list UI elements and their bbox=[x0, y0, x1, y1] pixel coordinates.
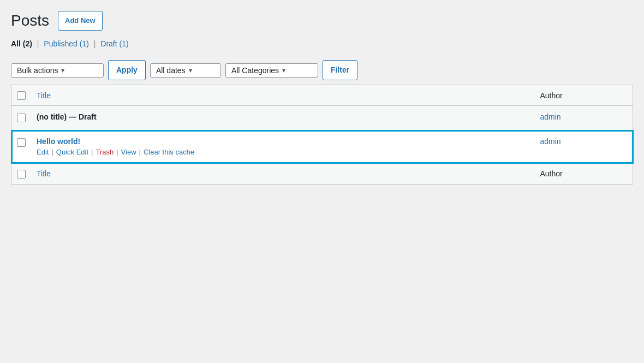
action-sep-1: | bbox=[51, 148, 53, 156]
title-column-header[interactable]: Title bbox=[37, 91, 51, 100]
page-header: Posts Add New bbox=[11, 11, 633, 31]
table-row: (no title) — Draft admin bbox=[11, 106, 633, 130]
table-footer-row: Title Author bbox=[11, 163, 633, 184]
table-header-row: Title Author bbox=[11, 85, 633, 106]
bulk-actions-dropdown[interactable]: Bulk actions ▾ bbox=[11, 63, 104, 78]
page-title: Posts bbox=[11, 11, 49, 30]
bulk-actions-chevron-icon: ▾ bbox=[61, 67, 64, 74]
all-categories-label: All Categories bbox=[231, 66, 279, 75]
filter-published[interactable]: Published (1) bbox=[44, 39, 91, 48]
header-author-cell: Author bbox=[535, 85, 633, 106]
trash-link[interactable]: Trash bbox=[96, 148, 114, 156]
draft-author-link[interactable]: admin bbox=[540, 112, 561, 121]
draft-post-title-link[interactable]: (no title) — Draft bbox=[37, 112, 529, 121]
all-dates-chevron-icon: ▾ bbox=[189, 67, 192, 74]
select-all-checkbox[interactable] bbox=[17, 91, 26, 100]
hello-world-post-title-link[interactable]: Hello world! bbox=[37, 137, 529, 146]
author-column-header: Author bbox=[540, 91, 563, 100]
row-checkbox-cell bbox=[11, 130, 32, 163]
draft-author-cell: admin bbox=[535, 106, 633, 130]
quick-edit-link[interactable]: Quick Edit bbox=[56, 148, 88, 156]
action-sep-4: | bbox=[139, 148, 141, 156]
posts-table: Title Author (no title) — Draft admin bbox=[11, 85, 633, 185]
footer-checkbox-cell bbox=[11, 163, 32, 184]
edit-link[interactable]: Edit bbox=[37, 148, 49, 156]
filter-links: All (2) | Published (1) | Draft (1) bbox=[11, 39, 633, 48]
footer-title-column-header[interactable]: Title bbox=[37, 169, 51, 178]
header-title-cell: Title bbox=[31, 85, 535, 106]
filter-all: All (2) bbox=[11, 39, 34, 48]
view-link[interactable]: View bbox=[121, 148, 136, 156]
add-new-button[interactable]: Add New bbox=[58, 11, 103, 31]
header-checkbox-cell bbox=[11, 85, 32, 106]
all-categories-chevron-icon: ▾ bbox=[282, 67, 285, 74]
row-checkbox[interactable] bbox=[17, 138, 26, 147]
bulk-actions-label: Bulk actions bbox=[17, 66, 58, 75]
clear-cache-link[interactable]: Clear this cache bbox=[144, 148, 194, 156]
all-dates-label: All dates bbox=[156, 66, 186, 75]
filter-sep-1: | bbox=[37, 39, 39, 48]
all-categories-dropdown[interactable]: All Categories ▾ bbox=[225, 63, 318, 78]
action-sep-3: | bbox=[116, 148, 118, 156]
action-sep-2: | bbox=[91, 148, 93, 156]
draft-title-cell: (no title) — Draft bbox=[31, 106, 535, 130]
hello-world-author-cell: admin bbox=[535, 130, 633, 163]
footer-author-cell: Author bbox=[535, 163, 633, 184]
hello-world-title-cell: Hello world! Edit | Quick Edit | Trash |… bbox=[31, 130, 535, 163]
toolbar: Bulk actions ▾ Apply All dates ▾ All Cat… bbox=[11, 56, 633, 85]
row-checkbox-cell bbox=[11, 106, 32, 130]
filter-sep-2: | bbox=[94, 39, 96, 48]
all-dates-dropdown[interactable]: All dates ▾ bbox=[150, 63, 221, 78]
hello-world-author-link[interactable]: admin bbox=[540, 137, 561, 146]
filter-button[interactable]: Filter bbox=[323, 60, 357, 80]
table-row: Hello world! Edit | Quick Edit | Trash |… bbox=[11, 130, 633, 163]
footer-title-cell: Title bbox=[31, 163, 535, 184]
apply-button[interactable]: Apply bbox=[108, 60, 146, 80]
row-checkbox[interactable] bbox=[17, 114, 26, 122]
footer-author-column-header: Author bbox=[540, 169, 563, 178]
row-actions: Edit | Quick Edit | Trash | View | Clear… bbox=[37, 148, 529, 156]
filter-draft[interactable]: Draft (1) bbox=[100, 39, 128, 48]
footer-select-all-checkbox[interactable] bbox=[17, 170, 26, 178]
